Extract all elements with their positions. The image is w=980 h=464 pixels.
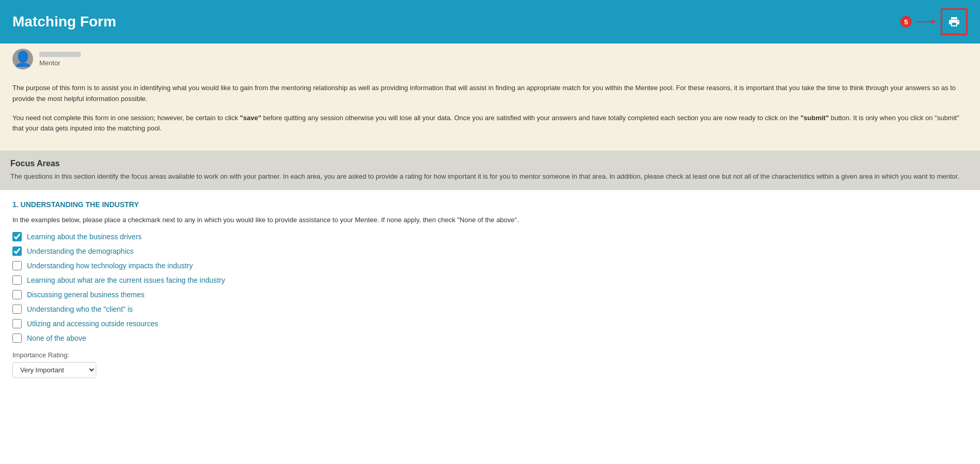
checkbox-none-above[interactable] — [12, 334, 22, 343]
step-badge: 5 — [900, 16, 912, 27]
checkbox-item-1: Learning about the business drivers — [12, 232, 968, 241]
checkbox-outside-resources[interactable] — [12, 319, 22, 328]
svg-marker-1 — [931, 20, 937, 24]
intro-section: The purpose of this form is to assist yo… — [0, 75, 980, 151]
user-role: Mentor — [39, 59, 81, 67]
section1-number: 1. — [12, 200, 19, 209]
print-button-wrapper: 5 — [900, 8, 968, 35]
arrow-icon — [916, 19, 937, 25]
checkbox-current-issues[interactable] — [12, 276, 22, 285]
checkbox-label-none-above[interactable]: None of the above — [27, 334, 86, 342]
user-name-placeholder — [39, 52, 81, 57]
user-bar: 👤 Mentor — [0, 44, 980, 75]
importance-rating-label: Importance Rating: — [12, 351, 968, 359]
section1-content: 1. UNDERSTANDING THE INDUSTRY In the exa… — [0, 190, 980, 389]
checkbox-item-8: None of the above — [12, 334, 968, 343]
focus-areas-title: Focus Areas — [10, 159, 970, 168]
checkbox-label-demographics[interactable]: Understanding the demographics — [27, 247, 133, 255]
checkbox-technology[interactable] — [12, 261, 22, 270]
section1-heading: UNDERSTANDING THE INDUSTRY — [21, 200, 139, 209]
checkbox-label-business-drivers[interactable]: Learning about the business drivers — [27, 233, 142, 241]
intro-paragraph-1: The purpose of this form is to assist yo… — [12, 83, 968, 105]
section1-instruction: In the examples below, please place a ch… — [12, 215, 968, 225]
printer-icon — [948, 16, 960, 28]
submit-keyword: "submit" — [800, 114, 829, 122]
section1-title: 1. UNDERSTANDING THE INDUSTRY — [12, 200, 968, 209]
user-info: Mentor — [39, 52, 81, 67]
print-button[interactable] — [941, 8, 968, 35]
checkbox-label-outside-resources[interactable]: Utlizing and accessing outside resources — [27, 320, 158, 328]
checkbox-item-6: Understanding who the "client" is — [12, 304, 968, 314]
avatar: 👤 — [12, 49, 33, 69]
checkbox-item-2: Understanding the demographics — [12, 247, 968, 256]
checkbox-item-5: Discussing general business themes — [12, 290, 968, 299]
checkbox-business-drivers[interactable] — [12, 232, 22, 241]
importance-rating-select[interactable]: Very Important Important Somewhat Import… — [12, 362, 96, 378]
checkbox-client[interactable] — [12, 304, 22, 314]
page-header: Matching Form 5 — [0, 0, 980, 44]
save-keyword: "save" — [240, 114, 261, 122]
checkbox-item-3: Understanding how technology impacts the… — [12, 261, 968, 270]
checkbox-label-client[interactable]: Understanding who the "client" is — [27, 305, 133, 313]
avatar-image: 👤 — [14, 52, 32, 66]
checkbox-general-business[interactable] — [12, 290, 22, 299]
intro-paragraph-2: You need not complete this form in one s… — [12, 113, 968, 135]
focus-areas-section: Focus Areas The questions in this sectio… — [0, 151, 980, 190]
checkbox-item-7: Utlizing and accessing outside resources — [12, 319, 968, 328]
checkbox-list: Learning about the business drivers Unde… — [12, 232, 968, 343]
checkbox-demographics[interactable] — [12, 247, 22, 256]
checkbox-label-general-business[interactable]: Discussing general business themes — [27, 291, 144, 299]
focus-areas-description: The questions in this section identify t… — [10, 171, 970, 182]
page-title: Matching Form — [12, 13, 116, 30]
checkbox-label-technology[interactable]: Understanding how technology impacts the… — [27, 262, 193, 270]
checkbox-label-current-issues[interactable]: Learning about what are the current issu… — [27, 276, 225, 284]
checkbox-item-4: Learning about what are the current issu… — [12, 276, 968, 285]
